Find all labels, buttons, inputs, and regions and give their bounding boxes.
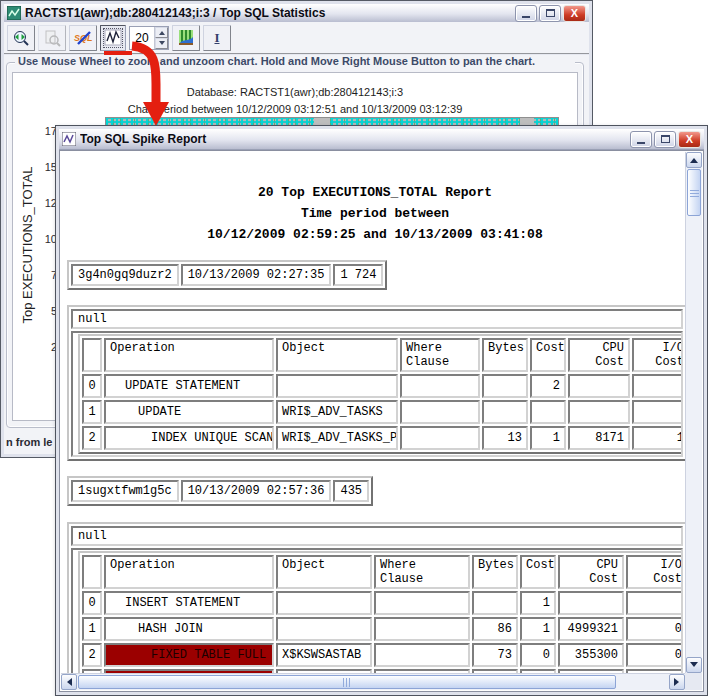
plan-cell: 2 bbox=[82, 643, 102, 667]
plan-label-cell: null bbox=[71, 526, 683, 546]
spike-report-window-icon bbox=[62, 132, 76, 146]
arrow-left-icon bbox=[63, 678, 72, 686]
plan-cell: 8171 bbox=[568, 426, 630, 450]
column-header: Cost bbox=[530, 338, 566, 372]
sql-summary-table: 3g4n0gq9duzr2 10/13/2009 02:27:35 1 724 bbox=[67, 260, 387, 290]
back-title-bar[interactable]: RACTST1(awr);db:280412143;i:3 / Top SQL … bbox=[4, 4, 589, 23]
plan-cell: 355300 bbox=[558, 643, 624, 667]
column-header: CPU Cost bbox=[568, 338, 630, 372]
plan-outer-table: null OperationObjectWhere ClauseBytesCos… bbox=[67, 305, 685, 461]
status-text-partial: n from le bbox=[6, 436, 52, 448]
table-row: 1sugxtfwm1g5c 10/13/2009 02:57:36 435 bbox=[71, 480, 369, 502]
plan-cell: WRI$_ADV_TASKS bbox=[276, 400, 398, 424]
plan-cell: FIXED TABLE FULL bbox=[104, 643, 274, 667]
database-label: Database: RACTST1(awr);db:280412143;i:3 bbox=[13, 86, 577, 98]
plan-header-row: OperationObjectWhere ClauseBytesCostCPU … bbox=[82, 338, 683, 372]
plan-cell bbox=[632, 400, 683, 424]
zoom-copy-button bbox=[38, 25, 66, 51]
column-header: Where Clause bbox=[374, 555, 470, 589]
sample-time-cell: 10/13/2009 02:57:36 bbox=[181, 480, 332, 502]
plan-row: 2INDEX UNIQUE SCANWRI$_ADV_TASKS_PK 1318… bbox=[82, 426, 683, 450]
sample-time-cell: 10/13/2009 02:27:35 bbox=[181, 264, 332, 286]
plan-cell: 1 bbox=[82, 400, 102, 424]
column-header: I/O Cost bbox=[626, 555, 683, 589]
scrollbar-corner bbox=[685, 673, 702, 690]
close-button[interactable]: X bbox=[678, 131, 701, 148]
close-button[interactable]: X bbox=[563, 5, 586, 22]
thumb-grip-icon bbox=[343, 678, 351, 687]
scroll-left-button[interactable] bbox=[61, 674, 77, 690]
sql-id-cell: 1sugxtfwm1g5c bbox=[71, 480, 179, 502]
arrow-up-icon bbox=[690, 154, 698, 163]
column-header: Object bbox=[276, 338, 398, 372]
front-window-controls: X bbox=[628, 131, 701, 148]
plan-cell bbox=[276, 591, 372, 615]
plan-cell: INDEX UNIQUE SCAN bbox=[104, 426, 274, 450]
report-client-area: 20 Top EXECUTIONS_TOTAL Report Time peri… bbox=[59, 150, 704, 692]
scroll-down-button[interactable] bbox=[686, 657, 702, 673]
plan-cell: 13 bbox=[482, 426, 528, 450]
maximize-button[interactable] bbox=[539, 5, 561, 22]
vertical-scrollbar-thumb[interactable] bbox=[687, 169, 701, 216]
column-header: Object bbox=[276, 555, 372, 589]
column-header: CPU Cost bbox=[558, 555, 624, 589]
plan-cell bbox=[276, 374, 398, 398]
spike-report-button[interactable] bbox=[100, 25, 126, 51]
plan-cell: 0 bbox=[626, 617, 683, 641]
chart-period-label: Chart period between 10/12/2009 03:12:51… bbox=[13, 103, 577, 115]
scroll-right-button[interactable] bbox=[669, 674, 685, 690]
plan-cell bbox=[276, 617, 372, 641]
mouse-hint-label: Use Mouse Wheel to zoom and unzoom chart… bbox=[15, 55, 575, 67]
column-header: Operation bbox=[104, 555, 274, 589]
plan-cell bbox=[400, 426, 480, 450]
plan-row: 2FIXED TABLE FULLX$KSWSASTAB 7303553000 bbox=[82, 643, 683, 667]
metric-cell: 435 bbox=[333, 480, 369, 502]
plan-cell bbox=[482, 400, 528, 424]
table-row: 3g4n0gq9duzr2 10/13/2009 02:27:35 1 724 bbox=[71, 264, 383, 286]
plan-cell bbox=[400, 374, 480, 398]
plan-cell bbox=[482, 374, 528, 398]
sql-id-cell: 3g4n0gq9duzr2 bbox=[71, 264, 179, 286]
chart-style-button[interactable] bbox=[172, 25, 200, 51]
plan-label-cell: null bbox=[71, 309, 683, 329]
scroll-up-button[interactable] bbox=[686, 152, 702, 168]
letter-i-icon: I bbox=[214, 30, 219, 46]
back-window-controls: X bbox=[513, 5, 586, 22]
magnifier-arrows-icon bbox=[12, 29, 30, 47]
plan-cell bbox=[472, 591, 518, 615]
horizontal-scrollbar-thumb[interactable] bbox=[78, 675, 616, 689]
plan-cell: 1 bbox=[82, 617, 102, 641]
table-row: null bbox=[71, 309, 683, 329]
spike-chart-icon bbox=[104, 29, 122, 47]
column-header: Bytes bbox=[482, 338, 528, 372]
plan-cell bbox=[374, 617, 470, 641]
plan-cell: 2 bbox=[530, 374, 566, 398]
plan-row: 1HASH JOIN 86149993210 bbox=[82, 617, 683, 641]
front-title-bar[interactable]: Top SQL Spike Report X bbox=[59, 129, 704, 150]
plan-cell bbox=[626, 591, 683, 615]
zoom-fit-button[interactable] bbox=[7, 25, 35, 51]
plan-cell: 4999321 bbox=[558, 617, 624, 641]
column-header: I/O Cost bbox=[632, 338, 683, 372]
minimize-button[interactable] bbox=[515, 5, 537, 22]
spinner-up-button[interactable] bbox=[155, 27, 168, 38]
window-top-sql-spike-report: Top SQL Spike Report X 20 Top EXECUTIONS… bbox=[55, 125, 708, 696]
plan-cell bbox=[558, 591, 624, 615]
plan-row: 0INSERT STATEMENT 1 bbox=[82, 591, 683, 615]
plan-cell: 1 bbox=[632, 426, 683, 450]
maximize-button[interactable] bbox=[654, 131, 676, 148]
column-header bbox=[82, 555, 102, 589]
table-row: OperationObjectWhere ClauseBytesCostCPU … bbox=[71, 331, 683, 457]
interval-button[interactable]: I bbox=[203, 25, 231, 51]
toolbar: SQL 20 I bbox=[4, 22, 589, 55]
column-header bbox=[82, 338, 102, 372]
sql-lookup-button[interactable]: SQL bbox=[69, 25, 97, 51]
annotation-arrow-icon bbox=[126, 38, 176, 130]
plan-cell: 1 bbox=[530, 426, 566, 450]
horizontal-scrollbar[interactable] bbox=[61, 673, 685, 690]
vertical-scrollbar[interactable] bbox=[685, 152, 702, 673]
app-chart-icon bbox=[7, 6, 21, 20]
minimize-button[interactable] bbox=[630, 131, 652, 148]
plan-cell: 1 bbox=[520, 591, 556, 615]
plan-header-row: OperationObjectWhere ClauseBytesCostCPU … bbox=[82, 555, 683, 589]
